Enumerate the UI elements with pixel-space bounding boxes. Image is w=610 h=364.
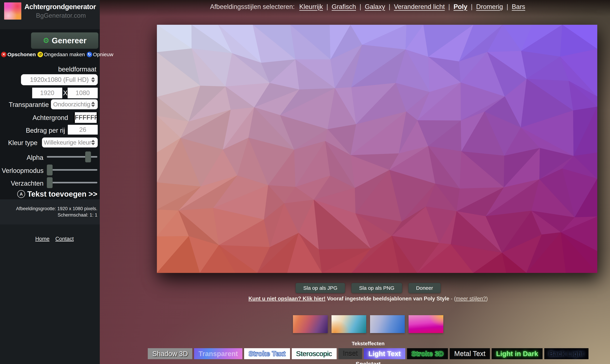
redo-label: Opnieuw xyxy=(93,52,113,57)
app-subtitle: BgGenerator.com xyxy=(25,12,97,19)
more-styles-link[interactable]: meer stijlen? xyxy=(456,296,486,302)
spinner-arrows-icon xyxy=(91,140,95,145)
separator: | xyxy=(448,3,450,10)
background-color-label: Achtergrond xyxy=(32,114,68,121)
generated-background-canvas[interactable] xyxy=(157,25,597,273)
app-logo xyxy=(4,2,21,20)
add-text-link[interactable]: A Tekst toevoegen >> xyxy=(17,190,97,198)
transparency-value: Ondoorzichtig xyxy=(53,101,95,108)
sidebar-footer-links: Home Contact xyxy=(35,236,74,242)
quickstart-heading: Snelstart xyxy=(126,361,610,364)
clear-label: Opschonen xyxy=(7,52,36,57)
separator: | xyxy=(326,3,328,10)
dimension-separator: X xyxy=(63,89,68,97)
generate-button[interactable]: ⚙ Genereer xyxy=(31,32,98,49)
clear-icon: ✕ xyxy=(1,52,7,57)
text-effect-back-light[interactable]: Back Light xyxy=(544,348,588,359)
per-row-label: Bedrag per rij xyxy=(26,127,65,134)
preset-thumbnail-sunset-purple[interactable] xyxy=(293,315,328,333)
text-effect-stroke-text[interactable]: Stroke Text xyxy=(244,348,290,359)
width-input[interactable] xyxy=(32,88,62,98)
style-link-bars[interactable]: Bars xyxy=(512,3,525,10)
gradient-mode-slider-label: Verloopmodus xyxy=(2,167,43,174)
text-effects-row: Shadow 3D Transparent Stroke Text Steros… xyxy=(126,348,610,359)
style-link-grafisch[interactable]: Grafisch xyxy=(332,3,356,10)
save-jpg-button[interactable]: Sla op als JPG xyxy=(296,283,345,293)
color-type-value: Willekeurige kleur xyxy=(44,139,96,146)
text-effect-steroscopic[interactable]: Steroscopic xyxy=(292,348,337,359)
add-text-label: Tekst toevoegen >> xyxy=(27,190,97,198)
generate-button-label: Genereer xyxy=(52,36,86,45)
preset-thumbnail-cream-teal[interactable] xyxy=(331,315,366,333)
text-effect-stroke-3d[interactable]: Stroke 3D xyxy=(407,348,448,359)
soften-slider-handle[interactable] xyxy=(47,177,53,188)
alpha-slider-handle[interactable] xyxy=(85,151,91,162)
format-preset-select[interactable]: 1920x1080 (Full HD) xyxy=(21,74,98,85)
separator: | xyxy=(389,3,390,10)
preset-thumbnail-row xyxy=(126,315,610,333)
per-row-input[interactable] xyxy=(68,125,98,135)
image-info-panel: Afbeeldingsgrootte: 1920 x 1080 pixels. … xyxy=(0,199,100,224)
separator: | xyxy=(507,3,508,10)
style-link-galaxy[interactable]: Galaxy xyxy=(365,3,385,10)
contact-link[interactable]: Contact xyxy=(55,236,74,242)
text-effect-metal-text[interactable]: Metal Text xyxy=(450,348,490,359)
image-format-label: beeldformaat xyxy=(58,66,96,73)
undo-label: Ongedaan maken xyxy=(44,52,85,57)
template-info-line: Kunt u niet opslaan? Klik hier! Vooraf i… xyxy=(126,296,610,302)
home-link[interactable]: Home xyxy=(35,236,50,242)
text-effect-light-text[interactable]: Light Text xyxy=(364,348,405,359)
format-preset-value: 1920x1080 (Full HD) xyxy=(30,76,89,83)
paren-close: ) xyxy=(486,296,488,302)
clear-button[interactable]: ✕ Opschonen xyxy=(1,52,36,57)
template-info-text: Vooraf ingestelde beeldsjablonen van Pol… xyxy=(327,296,449,302)
alpha-slider-label: Alpha xyxy=(27,154,43,161)
style-bar-label: Afbeeldingsstijlen selecteren: xyxy=(210,3,295,10)
redo-button[interactable]: ↻ Opnieuw xyxy=(87,52,113,57)
gradient-mode-slider-track[interactable] xyxy=(47,169,97,171)
style-link-kleurrijk[interactable]: Kleurrijk xyxy=(299,3,323,10)
preset-thumbnail-blue[interactable] xyxy=(370,315,405,333)
action-row: ✕ Opschonen ↺ Ongedaan maken ↻ Opnieuw xyxy=(1,52,99,57)
save-button-row: Sla op als JPG Sla op als PNG Doneer xyxy=(126,283,610,293)
save-png-button[interactable]: Sla op als PNG xyxy=(351,283,402,293)
text-effect-light-in-dark[interactable]: Light in Dark xyxy=(492,348,542,359)
undo-icon: ↺ xyxy=(38,52,43,57)
text-effect-inset[interactable]: Inset xyxy=(338,348,362,359)
gradient-mode-slider-handle[interactable] xyxy=(47,165,53,175)
style-link-dromerig[interactable]: Dromerig xyxy=(476,3,503,10)
style-selector-bar: Afbeeldingsstijlen selecteren: Kleurrijk… xyxy=(126,3,610,11)
background-color-input[interactable] xyxy=(74,112,98,123)
text-effect-transparent[interactable]: Transparent xyxy=(194,348,242,359)
app-title: Achtergrondgenerator xyxy=(25,3,97,11)
color-type-select[interactable]: Willekeurige kleur xyxy=(42,138,98,147)
alpha-slider-track[interactable] xyxy=(47,156,97,158)
letter-a-icon: A xyxy=(17,190,25,198)
style-link-poly[interactable]: Poly xyxy=(453,3,467,10)
redo-icon: ↻ xyxy=(87,52,92,57)
image-size-info: Afbeeldingsgrootte: 1920 x 1080 pixels. xyxy=(16,206,97,211)
spinner-arrows-icon xyxy=(91,77,95,82)
paren-open: ( xyxy=(454,296,456,302)
soften-slider-label: Verzachten xyxy=(11,180,43,187)
gear-icon: ⚙ xyxy=(43,37,49,44)
spinner-arrows-icon xyxy=(91,102,95,107)
donate-button[interactable]: Doneer xyxy=(408,283,441,293)
page: { "app": { "title": "Achtergrondgenerato… xyxy=(0,0,610,364)
sidebar-lower-panel xyxy=(0,224,100,364)
height-input[interactable] xyxy=(68,88,98,98)
transparency-label: Transparantie xyxy=(9,101,49,108)
separator: | xyxy=(360,3,361,10)
style-link-veranderend-licht[interactable]: Veranderend licht xyxy=(394,3,445,10)
undo-button[interactable]: ↺ Ongedaan maken xyxy=(38,52,85,57)
screen-scale-info: Schermschaal: 1: 1 xyxy=(58,212,97,218)
save-help-link[interactable]: Kunt u niet opslaan? Klik hier! xyxy=(248,296,325,302)
sidebar: Achtergrondgenerator BgGenerator.com ⚙ G… xyxy=(0,0,100,364)
separator: - xyxy=(451,296,452,302)
separator: | xyxy=(471,3,473,10)
soften-slider-track[interactable] xyxy=(47,182,97,183)
text-effect-shadow-3d[interactable]: Shadow 3D xyxy=(148,348,192,359)
text-effects-title: Teksteffecten xyxy=(126,341,610,347)
transparency-select[interactable]: Ondoorzichtig xyxy=(51,99,98,109)
preset-thumbnail-magenta-orange[interactable] xyxy=(408,315,443,333)
